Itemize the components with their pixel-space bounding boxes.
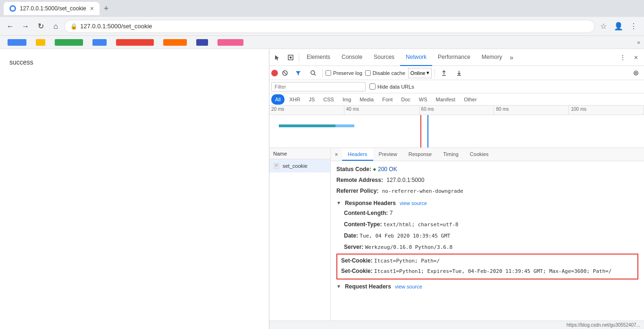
tab-network[interactable]: Network — [400, 49, 432, 66]
bookmark-item-1[interactable] — [4, 37, 30, 48]
status-bar: https://blog.csdn.net/gu30552407... — [269, 321, 644, 329]
filter-type-all[interactable]: All — [271, 94, 284, 105]
response-headers-view-source[interactable]: view source — [400, 200, 427, 206]
bookmark-color-4 — [92, 39, 107, 46]
tab-sources[interactable]: Sources — [368, 49, 400, 66]
bookmark-item-5[interactable] — [112, 37, 158, 48]
refresh-button[interactable]: ↻ — [34, 20, 47, 33]
filter-type-css[interactable]: CSS — [319, 94, 338, 105]
disable-cache-label[interactable]: Disable cache — [365, 70, 405, 76]
upload-button[interactable] — [438, 67, 450, 79]
new-tab-button[interactable]: + — [100, 2, 113, 15]
set-cookie-2-value: Itcast1=Python1; Expires=Tue, 04-Feb-202… — [374, 268, 611, 274]
devtools-menu-button[interactable]: ⋮ — [617, 51, 629, 64]
throttle-select[interactable]: Online ▾ — [408, 68, 432, 78]
clear-button[interactable] — [281, 69, 289, 77]
detail-tab-cookies[interactable]: Cookies — [464, 148, 494, 161]
network-toolbar: Preserve log Disable cache Online ▾ — [269, 66, 644, 80]
preserve-log-label[interactable]: Preserve log — [326, 70, 362, 76]
status-code-value: 200 OK — [378, 166, 397, 173]
menu-button[interactable]: ⋮ — [627, 20, 640, 33]
tab-performance[interactable]: Performance — [432, 49, 476, 66]
browser-tab[interactable]: 127.0.0.1:5000/set_cookie × — [4, 2, 100, 15]
detail-tab-headers[interactable]: Headers — [342, 148, 373, 161]
filter-input[interactable] — [271, 82, 366, 91]
tab-console[interactable]: Console — [336, 49, 368, 66]
browser-controls: ← → ↻ ⌂ 🔒 127.0.0.1:5000/set_cookie ☆ 👤 … — [0, 17, 644, 36]
timeline-tick-4: 80 ms — [494, 106, 569, 115]
tab-favicon — [9, 5, 16, 12]
inspect-icon[interactable] — [284, 51, 297, 64]
tab-title: 127.0.0.1:5000/set_cookie — [20, 5, 86, 12]
bookmark-item-4[interactable] — [89, 37, 110, 48]
filter-type-ws[interactable]: WS — [415, 94, 431, 105]
hide-data-urls-label[interactable]: Hide data URLs — [369, 83, 414, 90]
detail-tab-timing[interactable]: Timing — [437, 148, 464, 161]
header-date: Date: Tue, 04 Feb 2020 10:39:45 GMT — [336, 231, 638, 241]
timeline-area: 20 ms 40 ms 60 ms 80 ms 100 ms — [269, 106, 644, 148]
download-button[interactable] — [453, 67, 465, 79]
bookmark-item-3[interactable] — [51, 37, 87, 48]
content-length-val: 7 — [390, 210, 393, 216]
bookmark-color-3 — [55, 39, 83, 46]
browser-actions: ☆ 👤 ⋮ — [597, 20, 640, 33]
settings-icon[interactable] — [630, 67, 642, 79]
general-referrer-policy: Referrer Policy: no-referrer-when-downgr… — [336, 187, 638, 196]
address-bar[interactable]: 🔒 127.0.0.1:5000/set_cookie — [64, 20, 595, 33]
request-headers-view-source[interactable]: view source — [395, 284, 422, 289]
forward-button[interactable]: → — [19, 20, 32, 33]
set-cookie-section: Set-Cookie: Itcast=Python; Path=/ Set-Co… — [336, 254, 638, 279]
svg-point-5 — [311, 71, 315, 74]
devtools-more-tabs[interactable]: » — [508, 54, 515, 61]
page-content: success — [0, 49, 269, 329]
profile-button[interactable]: 👤 — [612, 20, 625, 33]
tab-close-btn[interactable]: × — [90, 5, 94, 12]
bookmark-color-8 — [217, 39, 243, 46]
disable-cache-checkbox[interactable] — [365, 70, 371, 76]
filter-types: All XHR JS CSS Img Media Font Doc WS Man… — [269, 93, 644, 106]
filter-type-other[interactable]: Other — [460, 94, 481, 105]
request-item-set-cookie[interactable]: set_cookie — [269, 159, 330, 173]
timeline-tick-1: 20 ms — [269, 106, 344, 115]
filter-type-img[interactable]: Img — [339, 94, 355, 105]
detail-tab-response[interactable]: Response — [403, 148, 438, 161]
devtools-close-button[interactable]: × — [630, 51, 642, 64]
bookmark-item-8[interactable] — [214, 37, 247, 48]
header-content-type: Content-Type: text/html; charset=utf-8 — [336, 220, 638, 230]
back-button[interactable]: ← — [4, 20, 17, 33]
timeline-graph — [269, 115, 644, 148]
bookmarks-more-button[interactable]: » — [637, 39, 640, 46]
bookmark-item-7[interactable] — [192, 37, 212, 48]
detail-tab-preview[interactable]: Preview — [373, 148, 403, 161]
filter-type-font[interactable]: Font — [378, 94, 396, 105]
set-cookie-1: Set-Cookie: Itcast=Python; Path=/ — [341, 256, 634, 265]
home-button[interactable]: ⌂ — [49, 20, 62, 33]
tab-memory[interactable]: Memory — [476, 49, 508, 66]
record-button[interactable] — [271, 70, 278, 76]
search-icon[interactable] — [307, 67, 319, 79]
preserve-log-checkbox[interactable] — [326, 70, 331, 76]
filter-type-manifest[interactable]: Manifest — [432, 94, 460, 105]
request-headers-section: ▼ Request Headers view source — [336, 283, 638, 290]
filter-type-js[interactable]: JS — [305, 94, 318, 105]
timeline-tick-5: 100 ms — [569, 106, 644, 115]
cursor-icon[interactable] — [271, 51, 284, 64]
tab-elements[interactable]: Elements — [301, 49, 336, 66]
bookmark-item-2[interactable] — [32, 37, 49, 48]
bookmark-item-6[interactable] — [159, 37, 191, 48]
filter-bar: Hide data URLs — [269, 80, 644, 93]
hide-data-urls-checkbox[interactable] — [369, 83, 376, 90]
response-headers-title: Response Headers — [345, 200, 396, 206]
close-detail-button[interactable]: × — [333, 151, 340, 158]
filter-type-media[interactable]: Media — [356, 94, 377, 105]
server-name: Server: — [344, 244, 363, 250]
response-headers-section: ▼ Response Headers view source — [336, 200, 638, 206]
lock-icon: 🔒 — [70, 23, 77, 30]
bookmark-color-1 — [8, 39, 26, 46]
filter-type-xhr[interactable]: XHR — [285, 94, 304, 105]
bookmark-color-5 — [116, 39, 154, 46]
filter-icon[interactable] — [292, 67, 304, 79]
detail-content: Status Code: ● 200 OK Remote Address: 12… — [331, 161, 644, 296]
bookmark-button[interactable]: ☆ — [597, 20, 610, 33]
filter-type-doc[interactable]: Doc — [397, 94, 414, 105]
